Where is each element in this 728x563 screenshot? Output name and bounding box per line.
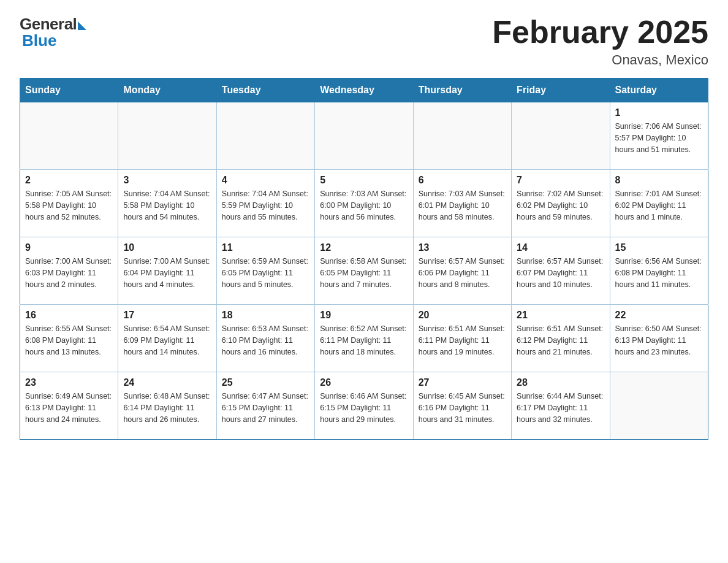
day-of-week-header: Tuesday — [216, 79, 314, 102]
day-info: Sunrise: 7:01 AM Sunset: 6:02 PM Dayligh… — [615, 188, 703, 223]
calendar-cell: 19Sunrise: 6:52 AM Sunset: 6:11 PM Dayli… — [315, 305, 413, 372]
calendar-cell: 20Sunrise: 6:51 AM Sunset: 6:11 PM Dayli… — [413, 305, 511, 372]
day-of-week-header: Friday — [512, 79, 610, 102]
day-of-week-header: Thursday — [413, 79, 511, 102]
calendar-cell: 13Sunrise: 6:57 AM Sunset: 6:06 PM Dayli… — [413, 237, 511, 305]
calendar-cell: 17Sunrise: 6:54 AM Sunset: 6:09 PM Dayli… — [118, 305, 216, 372]
logo-triangle-icon — [78, 21, 86, 30]
day-of-week-header: Monday — [118, 79, 216, 102]
day-info: Sunrise: 6:52 AM Sunset: 6:11 PM Dayligh… — [320, 323, 408, 358]
day-number: 3 — [123, 175, 211, 186]
calendar-week-row: 9Sunrise: 7:00 AM Sunset: 6:03 PM Daylig… — [20, 237, 708, 305]
calendar-cell: 12Sunrise: 6:58 AM Sunset: 6:05 PM Dayli… — [315, 237, 413, 305]
day-number: 5 — [320, 175, 408, 186]
calendar-cell: 24Sunrise: 6:48 AM Sunset: 6:14 PM Dayli… — [118, 372, 216, 440]
day-info: Sunrise: 7:02 AM Sunset: 6:02 PM Dayligh… — [517, 188, 604, 223]
day-number: 17 — [123, 310, 211, 321]
calendar-cell: 14Sunrise: 6:57 AM Sunset: 6:07 PM Dayli… — [512, 237, 610, 305]
day-info: Sunrise: 7:03 AM Sunset: 6:01 PM Dayligh… — [419, 188, 506, 223]
day-number: 10 — [123, 242, 211, 253]
day-number: 28 — [517, 377, 604, 388]
day-number: 24 — [123, 377, 211, 388]
day-number: 13 — [419, 242, 506, 253]
day-info: Sunrise: 6:53 AM Sunset: 6:10 PM Dayligh… — [222, 323, 309, 358]
calendar-week-row: 1Sunrise: 7:06 AM Sunset: 5:57 PM Daylig… — [20, 102, 708, 170]
calendar-cell — [315, 102, 413, 170]
day-number: 7 — [517, 175, 604, 186]
calendar-cell: 2Sunrise: 7:05 AM Sunset: 5:58 PM Daylig… — [20, 170, 118, 237]
page-header: General Blue February 2025 Onavas, Mexic… — [20, 15, 708, 68]
calendar-cell — [512, 102, 610, 170]
calendar-table: SundayMondayTuesdayWednesdayThursdayFrid… — [20, 78, 708, 440]
day-info: Sunrise: 6:44 AM Sunset: 6:17 PM Dayligh… — [517, 391, 604, 425]
day-number: 12 — [320, 242, 408, 253]
day-info: Sunrise: 6:59 AM Sunset: 6:05 PM Dayligh… — [222, 256, 309, 290]
calendar-cell: 28Sunrise: 6:44 AM Sunset: 6:17 PM Dayli… — [512, 372, 610, 440]
day-number: 8 — [615, 175, 703, 186]
calendar-cell: 15Sunrise: 6:56 AM Sunset: 6:08 PM Dayli… — [610, 237, 708, 305]
day-info: Sunrise: 6:56 AM Sunset: 6:08 PM Dayligh… — [615, 256, 703, 290]
day-info: Sunrise: 7:04 AM Sunset: 5:58 PM Dayligh… — [123, 188, 211, 223]
day-number: 19 — [320, 310, 408, 321]
calendar-cell: 18Sunrise: 6:53 AM Sunset: 6:10 PM Dayli… — [216, 305, 314, 372]
calendar-cell: 26Sunrise: 6:46 AM Sunset: 6:15 PM Dayli… — [315, 372, 413, 440]
calendar-week-row: 16Sunrise: 6:55 AM Sunset: 6:08 PM Dayli… — [20, 305, 708, 372]
calendar-cell: 3Sunrise: 7:04 AM Sunset: 5:58 PM Daylig… — [118, 170, 216, 237]
day-info: Sunrise: 7:06 AM Sunset: 5:57 PM Dayligh… — [615, 121, 703, 155]
day-info: Sunrise: 6:47 AM Sunset: 6:15 PM Dayligh… — [222, 391, 309, 425]
day-number: 20 — [419, 310, 506, 321]
calendar-cell — [216, 102, 314, 170]
day-info: Sunrise: 6:57 AM Sunset: 6:07 PM Dayligh… — [517, 256, 604, 290]
day-number: 18 — [222, 310, 309, 321]
calendar-cell: 1Sunrise: 7:06 AM Sunset: 5:57 PM Daylig… — [610, 102, 708, 170]
calendar-cell: 25Sunrise: 6:47 AM Sunset: 6:15 PM Dayli… — [216, 372, 314, 440]
day-info: Sunrise: 6:50 AM Sunset: 6:13 PM Dayligh… — [615, 323, 703, 358]
day-of-week-header: Saturday — [610, 79, 708, 102]
day-number: 2 — [25, 175, 113, 186]
day-info: Sunrise: 6:57 AM Sunset: 6:06 PM Dayligh… — [419, 256, 506, 290]
day-of-week-header: Sunday — [20, 79, 118, 102]
calendar-cell — [20, 102, 118, 170]
location: Onavas, Mexico — [492, 52, 708, 68]
day-info: Sunrise: 7:05 AM Sunset: 5:58 PM Dayligh… — [25, 188, 113, 223]
day-number: 14 — [517, 242, 604, 253]
day-info: Sunrise: 6:51 AM Sunset: 6:12 PM Dayligh… — [517, 323, 604, 358]
calendar-week-row: 2Sunrise: 7:05 AM Sunset: 5:58 PM Daylig… — [20, 170, 708, 237]
day-number: 11 — [222, 242, 309, 253]
calendar-cell — [118, 102, 216, 170]
day-of-week-header: Wednesday — [315, 79, 413, 102]
day-info: Sunrise: 6:46 AM Sunset: 6:15 PM Dayligh… — [320, 391, 408, 425]
calendar-cell: 23Sunrise: 6:49 AM Sunset: 6:13 PM Dayli… — [20, 372, 118, 440]
day-info: Sunrise: 7:00 AM Sunset: 6:04 PM Dayligh… — [123, 256, 211, 290]
title-block: February 2025 Onavas, Mexico — [492, 15, 708, 68]
day-number: 6 — [419, 175, 506, 186]
day-number: 9 — [25, 242, 113, 253]
calendar-cell: 9Sunrise: 7:00 AM Sunset: 6:03 PM Daylig… — [20, 237, 118, 305]
day-number: 15 — [615, 242, 703, 253]
day-number: 27 — [419, 377, 506, 388]
calendar-header-row: SundayMondayTuesdayWednesdayThursdayFrid… — [20, 79, 708, 102]
calendar-cell: 8Sunrise: 7:01 AM Sunset: 6:02 PM Daylig… — [610, 170, 708, 237]
day-number: 21 — [517, 310, 604, 321]
day-number: 25 — [222, 377, 309, 388]
calendar-cell: 16Sunrise: 6:55 AM Sunset: 6:08 PM Dayli… — [20, 305, 118, 372]
calendar-cell: 22Sunrise: 6:50 AM Sunset: 6:13 PM Dayli… — [610, 305, 708, 372]
day-info: Sunrise: 6:48 AM Sunset: 6:14 PM Dayligh… — [123, 391, 211, 425]
calendar-cell: 5Sunrise: 7:03 AM Sunset: 6:00 PM Daylig… — [315, 170, 413, 237]
day-info: Sunrise: 7:00 AM Sunset: 6:03 PM Dayligh… — [25, 256, 113, 290]
day-info: Sunrise: 6:49 AM Sunset: 6:13 PM Dayligh… — [25, 391, 113, 425]
month-title: February 2025 — [492, 15, 708, 50]
day-number: 4 — [222, 175, 309, 186]
calendar-cell: 11Sunrise: 6:59 AM Sunset: 6:05 PM Dayli… — [216, 237, 314, 305]
day-info: Sunrise: 6:54 AM Sunset: 6:09 PM Dayligh… — [123, 323, 211, 358]
day-number: 16 — [25, 310, 113, 321]
day-info: Sunrise: 7:04 AM Sunset: 5:59 PM Dayligh… — [222, 188, 309, 223]
day-number: 1 — [615, 107, 703, 118]
day-info: Sunrise: 6:58 AM Sunset: 6:05 PM Dayligh… — [320, 256, 408, 290]
logo-blue-text: Blue — [22, 31, 56, 50]
day-number: 22 — [615, 310, 703, 321]
calendar-cell: 6Sunrise: 7:03 AM Sunset: 6:01 PM Daylig… — [413, 170, 511, 237]
day-info: Sunrise: 6:51 AM Sunset: 6:11 PM Dayligh… — [419, 323, 506, 358]
calendar-cell: 21Sunrise: 6:51 AM Sunset: 6:12 PM Dayli… — [512, 305, 610, 372]
day-info: Sunrise: 6:55 AM Sunset: 6:08 PM Dayligh… — [25, 323, 113, 358]
